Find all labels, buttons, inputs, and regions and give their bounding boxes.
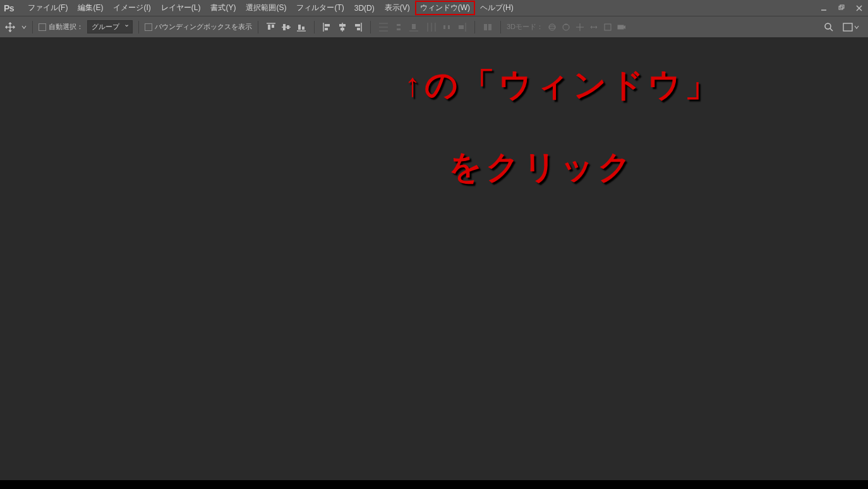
align-right-edges-button[interactable]	[351, 20, 365, 34]
svg-rect-40	[488, 24, 491, 30]
align-horizontal-centers-button[interactable]	[335, 20, 349, 34]
auto-select-checkbox[interactable]: 自動選択：	[39, 22, 83, 32]
svg-rect-28	[397, 24, 401, 26]
align-top-edges-button[interactable]	[264, 20, 278, 34]
menu-layer[interactable]: レイヤー(L)	[156, 1, 206, 15]
menu-type[interactable]: 書式(Y)	[205, 1, 241, 15]
svg-point-50	[825, 23, 831, 29]
auto-select-mode-dropdown[interactable]: グループ	[87, 20, 133, 33]
svg-rect-12	[287, 25, 289, 29]
svg-rect-15	[302, 27, 304, 30]
auto-align-layers-button	[481, 20, 495, 34]
svg-rect-17	[325, 24, 330, 27]
distribute-bottom-button	[407, 20, 421, 34]
separator	[32, 21, 33, 33]
separator	[500, 21, 501, 33]
chevron-down-icon[interactable]	[21, 25, 27, 30]
distribute-right-button	[455, 20, 469, 34]
svg-rect-23	[355, 24, 360, 27]
distribute-left-button	[425, 20, 438, 34]
separator	[474, 21, 475, 33]
svg-rect-9	[272, 25, 274, 28]
distribute-hcenter-button	[440, 20, 454, 34]
svg-rect-18	[325, 28, 328, 30]
menu-window[interactable]: ウィンドウ(W)	[415, 1, 475, 15]
menu-3d[interactable]: 3D(D)	[349, 2, 380, 15]
svg-rect-21	[341, 28, 344, 30]
checkbox-icon	[145, 23, 152, 31]
distribute-horizontal-group	[425, 20, 469, 34]
align-bottom-edges-button[interactable]	[294, 20, 308, 34]
camera-3d-icon	[617, 22, 627, 32]
bounding-box-checkbox[interactable]: バウンディングボックスを表示	[145, 22, 252, 32]
menu-file[interactable]: ファイル(F)	[23, 1, 73, 15]
move-tool-icon[interactable]	[3, 20, 18, 35]
orbit-3d-icon	[547, 22, 557, 32]
distribute-vcenter-button	[392, 20, 406, 34]
minimize-icon	[820, 4, 828, 12]
checkbox-icon	[39, 23, 46, 31]
menu-image[interactable]: イメージ(I)	[108, 1, 155, 15]
taskbar-edge	[0, 480, 868, 489]
auto-select-mode-value: グループ	[92, 23, 119, 30]
close-icon	[855, 4, 863, 12]
svg-rect-35	[443, 25, 445, 29]
svg-rect-52	[843, 23, 852, 31]
align-top-group	[264, 20, 308, 34]
svg-rect-11	[283, 24, 286, 30]
annotation-line-1: ↑の「ウィンドウ」	[404, 63, 721, 107]
menu-select[interactable]: 選択範囲(S)	[241, 1, 291, 15]
mode-3d-label: 3Dモード：	[507, 22, 543, 32]
align-vertical-centers-button[interactable]	[279, 20, 293, 34]
svg-rect-47	[605, 24, 611, 30]
svg-rect-36	[448, 25, 450, 29]
mode-3d-section: 3Dモード：	[507, 22, 627, 32]
document-layout-icon	[843, 23, 853, 32]
distribute-vertical-group	[377, 20, 421, 34]
menu-help[interactable]: ヘルプ(H)	[475, 1, 519, 15]
auto-select-label: 自動選択：	[49, 22, 83, 32]
svg-rect-14	[298, 25, 301, 30]
distribute-top-button	[377, 20, 390, 34]
align-left-edges-button[interactable]	[320, 20, 334, 34]
svg-rect-8	[268, 25, 270, 30]
maximize-button[interactable]	[833, 2, 850, 15]
minimize-button[interactable]	[815, 2, 833, 15]
pan-3d-icon	[575, 22, 585, 32]
slide-3d-icon	[589, 22, 599, 32]
svg-point-42	[549, 26, 555, 28]
canvas-area: ↑の「ウィンドウ」 をクリック	[0, 38, 868, 489]
menu-view[interactable]: 表示(V)	[380, 1, 415, 15]
svg-point-41	[549, 24, 555, 30]
separator	[370, 21, 371, 33]
svg-rect-29	[397, 28, 401, 30]
maximize-icon	[838, 4, 845, 12]
search-icon	[824, 22, 834, 32]
svg-rect-24	[357, 28, 360, 30]
roll-3d-icon	[561, 22, 571, 32]
menu-bar: Ps ファイル(F) 編集(E) イメージ(I) レイヤー(L) 書式(Y) 選…	[0, 0, 868, 16]
separator	[314, 21, 315, 33]
svg-rect-39	[484, 24, 487, 30]
chevron-down-icon	[854, 25, 859, 30]
svg-rect-31	[412, 24, 416, 29]
menu-filter[interactable]: フィルター(T)	[291, 1, 349, 15]
separator	[258, 21, 258, 33]
bounding-box-label: バウンディングボックスを表示	[155, 22, 252, 32]
window-controls	[815, 2, 868, 15]
search-button[interactable]	[824, 22, 834, 32]
align-left-group	[320, 20, 365, 34]
scale-3d-icon	[603, 22, 613, 32]
svg-rect-20	[339, 24, 346, 27]
options-bar: 自動選択： グループ バウンディングボックスを表示 3Dモード：	[0, 16, 868, 38]
document-layout-button[interactable]	[843, 23, 859, 32]
svg-rect-38	[459, 25, 464, 29]
right-tools	[824, 22, 859, 32]
app-logo: Ps	[4, 3, 14, 13]
svg-rect-48	[618, 25, 624, 29]
separator	[138, 21, 139, 33]
menu-edit[interactable]: 編集(E)	[73, 1, 108, 15]
close-button[interactable]	[850, 2, 868, 15]
svg-line-51	[830, 28, 833, 31]
annotation-line-2: をクリック	[449, 145, 635, 190]
